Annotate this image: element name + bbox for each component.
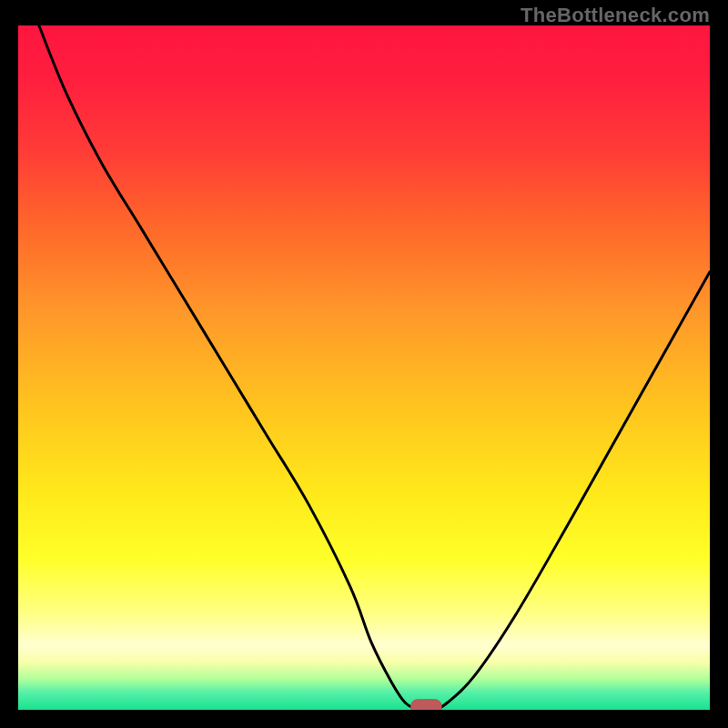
plot-area xyxy=(18,25,710,710)
bottleneck-curve xyxy=(39,25,710,710)
minimum-marker xyxy=(411,700,441,710)
chart-stage: TheBottleneck.com xyxy=(0,0,728,728)
watermark-label: TheBottleneck.com xyxy=(521,4,710,27)
curve-layer xyxy=(18,25,710,710)
